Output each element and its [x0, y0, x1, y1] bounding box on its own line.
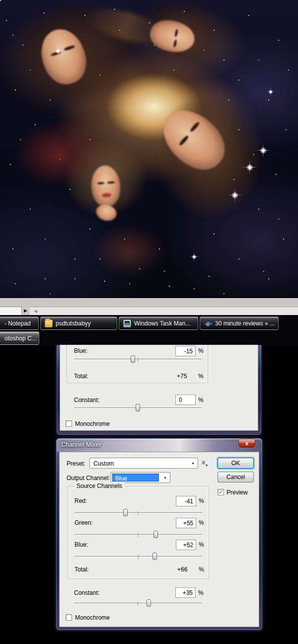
total-value: +66	[177, 566, 187, 573]
output-channel-label: Output Channel:	[67, 475, 110, 482]
slider-thumb[interactable]	[131, 355, 135, 363]
blue-slider[interactable]	[74, 355, 202, 363]
blue-value-field[interactable]: -15	[175, 346, 196, 356]
sparkle-star	[231, 192, 238, 199]
channel-label: Blue:	[74, 347, 87, 354]
source-channels-groupbox: Source Channels Red: -41 % Green: +55 %	[68, 486, 209, 579]
dialog-title: Channel Mixer	[61, 441, 101, 448]
green-label: Green:	[74, 519, 93, 526]
preset-value: Custom	[93, 460, 114, 467]
dialog-content: Blue: -15 % Total: +75 % Constant: 0 % M…	[60, 345, 258, 431]
sparkle-star	[268, 89, 273, 94]
windows-taskbar: - Notepad psdtutsbabyy Windows Task Man.…	[0, 315, 298, 346]
total-value: +75	[177, 373, 187, 380]
slider-thumb[interactable]	[123, 509, 128, 516]
red-label: Red:	[74, 497, 87, 504]
preview-label: Preview	[226, 489, 248, 496]
percent-sign: %	[198, 397, 204, 403]
slider-center-tick	[138, 358, 138, 362]
sparkle-star	[192, 254, 197, 259]
slider-thumb[interactable]	[147, 599, 151, 607]
monochrome-label: Monochrome	[75, 614, 110, 621]
close-icon[interactable]: x	[238, 439, 255, 448]
slider-center-tick	[138, 533, 139, 537]
sparkle-star	[55, 48, 61, 54]
slider-center-tick	[138, 555, 139, 559]
preset-options-icon[interactable]: ≡	[202, 460, 205, 465]
monochrome-checkbox[interactable]	[66, 614, 72, 621]
percent-sign: %	[199, 566, 204, 573]
taskbar-button-photoshop[interactable]: otoshop C...	[0, 331, 39, 345]
taskbar-button-label: - Notepad	[4, 320, 31, 327]
checkmark-icon: ✓	[219, 489, 223, 495]
taskbar-button-label: psdtutsbabyy	[56, 320, 91, 327]
eye	[173, 39, 177, 48]
taskbar-button-label: Windows Task Man...	[134, 320, 190, 327]
taskbar-button-task-manager[interactable]: Windows Task Man...	[119, 317, 198, 330]
blue-label: Blue:	[74, 541, 88, 548]
status-flyout-arrow-icon[interactable]: ▶	[22, 307, 29, 315]
sparkle-star	[246, 164, 253, 171]
horizontal-scrollbar[interactable]: ◀	[29, 307, 298, 315]
percent-sign: %	[199, 497, 204, 504]
chevron-down-icon: ▼	[163, 476, 167, 480]
taskbar-button-label: otoshop C...	[4, 335, 37, 342]
constant-label: Constant:	[74, 397, 99, 403]
red-value-field[interactable]: -41	[176, 496, 196, 506]
channel-mixer-dialog: Channel Mixer x Preset: Custom ▼ ≡ OK Ou…	[56, 438, 263, 631]
ok-button[interactable]: OK	[218, 458, 254, 469]
folder-icon	[45, 320, 53, 327]
output-channel-dropdown[interactable]: Blue ▼	[111, 472, 170, 483]
slider-center-tick	[138, 511, 139, 515]
percent-sign: %	[199, 541, 204, 548]
percent-sign: %	[199, 519, 204, 526]
photoshop-canvas-artwork	[0, 0, 298, 298]
taskbar-button-psdtutsbabyy[interactable]: psdtutsbabyy	[40, 317, 117, 330]
total-label: Total:	[74, 373, 88, 380]
green-value-field[interactable]: +55	[176, 518, 196, 528]
scroll-left-arrow-icon[interactable]: ◀	[32, 307, 39, 316]
green-slider[interactable]	[74, 531, 202, 539]
taskbar-button-internet-explorer[interactable]: e 30 minute reviews » ...	[200, 317, 279, 330]
total-label: Total:	[74, 566, 89, 573]
channel-mixer-dialog-partial: Blue: -15 % Total: +75 % Constant: 0 % M…	[56, 345, 262, 435]
preset-label: Preset:	[67, 460, 85, 467]
lips	[102, 193, 112, 198]
sparkle-star	[260, 147, 267, 154]
eye	[64, 45, 75, 51]
slider-thumb[interactable]	[136, 404, 140, 411]
taskbar-button-label: 30 minute reviews » ...	[215, 320, 275, 327]
percent-sign: %	[198, 373, 204, 380]
constant-slider[interactable]	[74, 599, 202, 607]
dialog-content: Preset: Custom ▼ ≡ OK Output Channel: Bl…	[59, 452, 259, 627]
document-window-statusbar: ▶ ◀	[0, 298, 298, 315]
constant-value-field[interactable]: +35	[175, 587, 196, 598]
screenshot-root: ▶ ◀ - Notepad psdtutsbabyy Windows Task …	[0, 0, 298, 644]
monochrome-checkbox[interactable]	[66, 420, 72, 427]
constant-slider[interactable]	[74, 404, 202, 412]
red-slider[interactable]	[74, 509, 202, 517]
slider-center-tick	[138, 602, 138, 606]
starfield-gold	[0, 0, 1, 1]
chevron-down-icon: ▼	[191, 462, 195, 465]
internet-explorer-icon: e	[204, 320, 212, 327]
eye	[189, 121, 200, 133]
blue-value-field[interactable]: +52	[176, 540, 196, 550]
percent-sign: %	[198, 347, 204, 354]
monochrome-label: Monochrome	[75, 420, 110, 427]
constant-label: Constant:	[74, 589, 99, 596]
slider-thumb[interactable]	[152, 553, 157, 560]
eye	[107, 181, 115, 184]
output-channel-selected: Blue	[112, 474, 159, 482]
eye	[97, 182, 104, 184]
cancel-button[interactable]: Cancel	[218, 472, 254, 483]
status-field	[0, 307, 22, 315]
constant-value-field[interactable]: 0	[175, 395, 196, 405]
source-channels-legend: Source Channels	[74, 483, 125, 489]
percent-sign: %	[198, 589, 204, 596]
taskbar-button-notepad[interactable]: - Notepad	[0, 317, 39, 330]
blue-slider[interactable]	[74, 553, 202, 561]
preview-checkbox[interactable]: ✓	[218, 489, 224, 495]
slider-thumb[interactable]	[153, 531, 158, 538]
preset-dropdown[interactable]: Custom ▼	[89, 458, 198, 469]
